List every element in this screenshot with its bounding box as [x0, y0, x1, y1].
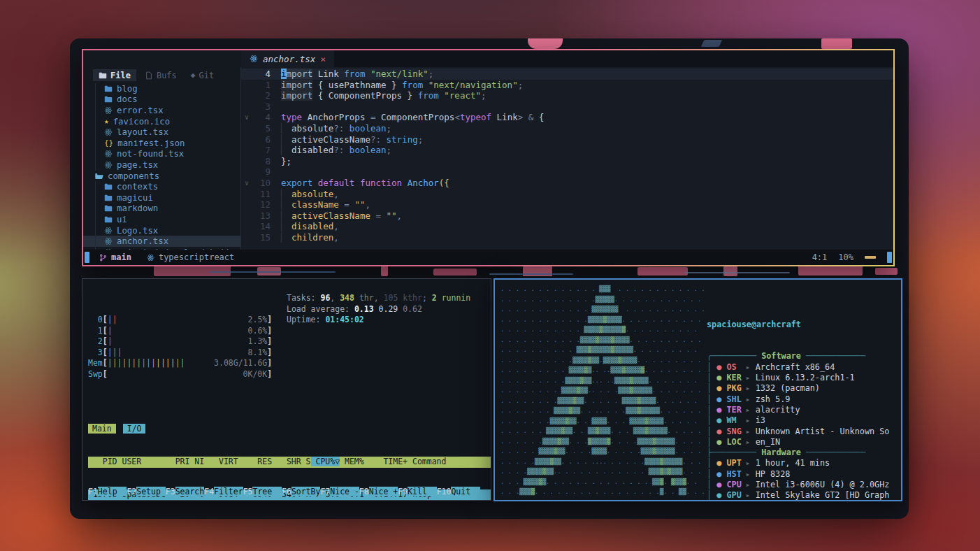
column-header-NI[interactable]: NI: [189, 457, 204, 466]
sidebar-tab-file[interactable]: File: [93, 69, 136, 81]
column-header-CPU%[interactable]: CPU%▽: [311, 457, 340, 466]
tree-item-label: blog: [117, 84, 138, 94]
fn-label-F1[interactable]: Help: [98, 487, 127, 496]
tree-item-manifest.json[interactable]: {}manifest.json: [83, 138, 240, 149]
art-line: . . . . . . ▓▓▓▓▓▓▓. . ▓▓▓▓▓▓. . . ▓▓▓▓▓…: [500, 426, 705, 436]
column-header-USER[interactable]: USER: [117, 457, 171, 466]
fn-key-F3[interactable]: F3: [166, 487, 175, 496]
fn-label-F4[interactable]: Filter: [214, 487, 243, 496]
cursor-position: 4:1: [812, 252, 828, 262]
tree-item-magicui[interactable]: magicui: [83, 192, 240, 203]
fn-label-F10[interactable]: Quit: [451, 487, 480, 496]
fn-key-F8[interactable]: F8: [359, 487, 369, 496]
column-header-VIRT[interactable]: VIRT: [204, 457, 238, 466]
code-line: 2import { ComponentProps } from "react";: [241, 90, 893, 101]
indent-guide: [95, 94, 96, 106]
code-line: 8};: [241, 156, 893, 167]
tree-item-label: animated-download-button: [117, 248, 241, 250]
art-line: . . . . . . . . . . . . ▓▓▓▓▓▓▓ . . . . …: [500, 304, 705, 315]
column-header-SHR[interactable]: SHR: [272, 457, 301, 466]
react-icon: [250, 55, 258, 63]
file-tree: blogdocserror.tsx★favicon.icolayout.tsx{…: [83, 83, 240, 250]
fn-key-F6[interactable]: F6: [282, 487, 291, 496]
tree-item-label: layout.tsx: [117, 127, 168, 137]
wallpaper-art: [154, 265, 231, 276]
code-area[interactable]: 4import Link from "next/link";1import { …: [241, 67, 893, 250]
folder-icon: [99, 71, 107, 80]
wallpaper-art: [875, 268, 898, 275]
fn-label-F7[interactable]: Nice -: [330, 487, 359, 496]
info-item-HST: │ ● HST▸ HP 8328: [707, 469, 889, 480]
fn-key-F1[interactable]: F1: [88, 487, 98, 496]
fn-key-F7[interactable]: F7: [320, 487, 330, 496]
bullet-icon: ●: [716, 383, 726, 393]
tree-item-anchor.tsx[interactable]: anchor.tsx: [83, 236, 240, 247]
folder-icon: [104, 85, 113, 93]
tree-item-animated-download-button[interactable]: animated-download-button: [83, 247, 240, 250]
sidebar-tab-bufs[interactable]: Bufs: [139, 69, 182, 81]
fn-key-F2[interactable]: F2: [127, 487, 136, 496]
tab-anchor-tsx[interactable]: anchor.tsx ×: [241, 50, 334, 67]
process-table-header[interactable]: PID USER PRI NI VIRT RES SHR S CPU%▽ MEM…: [88, 457, 491, 468]
tree-item-label: anchor.tsx: [117, 236, 168, 246]
art-line: . . . . . . . . . . ▓▓▓▓▓▓▓▓▓▓▓▓▓▓▓. . .…: [500, 345, 705, 355]
tree-item-docs[interactable]: docs: [83, 94, 240, 106]
fn-key-F9[interactable]: F9: [398, 487, 408, 496]
tree-item-contexts[interactable]: contexts: [83, 181, 240, 192]
tree-item-not-found.tsx[interactable]: not-found.tsx: [83, 149, 240, 160]
tree-item-Logo.tsx[interactable]: Logo.tsx: [83, 225, 240, 236]
bullet-icon: ●: [716, 405, 726, 415]
htop-tab-main[interactable]: Main: [88, 424, 116, 434]
htop-tab-io[interactable]: I/O: [123, 424, 146, 434]
fn-label-F2[interactable]: Setup: [136, 487, 166, 496]
tree-item-components[interactable]: components: [83, 171, 240, 182]
art-line: . . . . . . . .▓▓▓▓▓▓▓. . . . . ▓▓▓▓▓▓▓▓…: [500, 396, 705, 406]
art-line: . . . . . . . . . . .▓▓▓▓▓▓▓▓▓▓▓▓▓. . . …: [500, 335, 705, 345]
summary-line: Uptime: 01:45:02: [287, 315, 470, 326]
tree-item-error.tsx[interactable]: error.tsx: [83, 105, 240, 116]
code-line: 4import Link from "next/link";: [241, 69, 893, 80]
indent-guide: [95, 181, 96, 192]
folder-icon: [104, 95, 113, 103]
column-header-MEM%[interactable]: MEM%: [340, 457, 364, 466]
bullet-icon: ●: [716, 480, 726, 489]
tree-item-markdown[interactable]: markdown: [83, 203, 240, 215]
folderOpen-icon: [95, 172, 103, 180]
column-header-RES[interactable]: RES: [238, 457, 272, 466]
indent-guide: [95, 247, 96, 250]
fn-key-F10[interactable]: F10: [437, 487, 452, 496]
code-line: ∨10export default function Anchor({: [241, 178, 893, 189]
fn-label-F5[interactable]: Tree: [252, 487, 282, 496]
column-header-PRI[interactable]: PRI: [171, 457, 190, 466]
column-header-Command[interactable]: Command: [408, 457, 446, 466]
fn-label-F6[interactable]: SortBy: [291, 487, 321, 496]
fn-label-F3[interactable]: Search: [175, 487, 205, 496]
sidebar-tab-label: Bufs: [157, 71, 177, 80]
sidebar-tab-label: Git: [199, 71, 214, 80]
column-header-S[interactable]: S: [301, 457, 311, 466]
indent-guide: [95, 138, 96, 149]
fn-label-F9[interactable]: Kill: [408, 487, 437, 496]
tree-item-favicon.ico[interactable]: ★favicon.ico: [83, 116, 240, 127]
fn-label-F8[interactable]: Nice +: [369, 487, 398, 496]
art-line: . . . . . . . . . . . . .▓▓▓▓▓. . . . . …: [500, 294, 705, 305]
fn-key-F5[interactable]: F5: [243, 487, 253, 496]
code-line: 3: [241, 101, 893, 113]
column-header-PID[interactable]: PID: [88, 457, 117, 466]
bullet-icon: ●: [716, 415, 726, 425]
info-item-UPT: │ ● UPT▸ 1 hour, 41 mins: [707, 458, 889, 468]
column-header-TIME+[interactable]: TIME+: [364, 457, 408, 466]
tree-item-blog[interactable]: blog: [83, 83, 240, 94]
close-icon[interactable]: ×: [320, 54, 326, 64]
info-item-OS: │ ● OS▸ Archcraft x86_64: [707, 362, 889, 373]
code-line: 5▏ absolute?: boolean;: [241, 123, 893, 134]
tree-item-layout.tsx[interactable]: layout.tsx: [83, 127, 240, 138]
scrollbar-thumb[interactable]: [887, 252, 892, 263]
tree-item-ui[interactable]: ui: [83, 214, 240, 225]
sidebar-tab-git[interactable]: ◆ Git: [185, 69, 219, 81]
code-line: 6▏ activeClassName?: string;: [241, 134, 893, 145]
fn-key-F4[interactable]: F4: [204, 487, 214, 496]
indent-guide: [95, 149, 96, 160]
bullet-icon: ●: [716, 458, 726, 468]
tree-item-page.tsx[interactable]: page.tsx: [83, 159, 240, 171]
